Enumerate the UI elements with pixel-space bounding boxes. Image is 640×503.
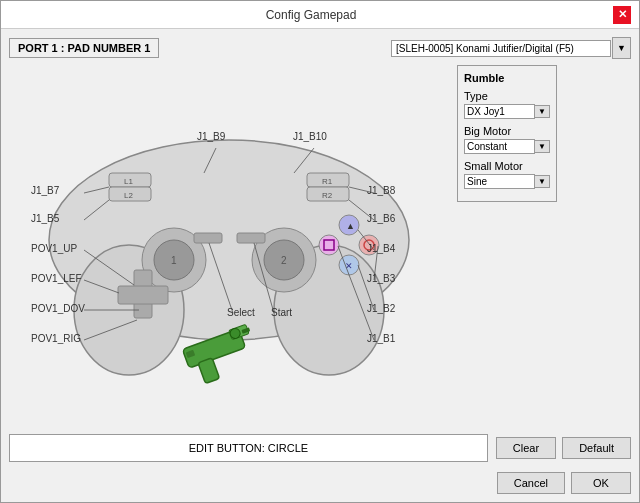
rumble-small-motor-field: Small Motor Sine Constant None ▼ <box>464 160 550 189</box>
rumble-big-motor-arrow-icon[interactable]: ▼ <box>534 140 550 153</box>
clear-button[interactable]: Clear <box>496 437 556 459</box>
main-area: 1 2 ▲ <box>9 65 631 424</box>
svg-text:✕: ✕ <box>345 261 353 271</box>
button-label-pov1right: POV1_RIG <box>31 333 81 344</box>
action-buttons: Clear Default <box>496 437 631 459</box>
rumble-big-motor-field: Big Motor Constant Sine None ▼ <box>464 125 550 154</box>
content-area: PORT 1 : PAD NUMBER 1 [SLEH-0005] Konami… <box>1 29 639 502</box>
device-select-arrow-icon[interactable]: ▼ <box>612 37 631 59</box>
rumble-type-select[interactable]: DX Joy1 DX Joy2 None <box>464 104 535 119</box>
button-label-pov1left: POV1_LEF <box>31 273 82 284</box>
ok-cancel-buttons: Cancel OK <box>497 472 631 494</box>
svg-text:R1: R1 <box>322 177 333 186</box>
button-label-j1b3: J1_B3 <box>367 273 395 284</box>
button-label-j1b10: J1_B10 <box>293 131 327 142</box>
svg-rect-28 <box>237 233 265 243</box>
svg-rect-31 <box>198 358 220 384</box>
button-label-start: Start <box>271 307 292 318</box>
svg-point-17 <box>319 235 339 255</box>
rumble-small-motor-select[interactable]: Sine Constant None <box>464 174 535 189</box>
top-bar: PORT 1 : PAD NUMBER 1 [SLEH-0005] Konami… <box>9 37 631 59</box>
svg-text:2: 2 <box>281 255 287 266</box>
rumble-type-select-wrap: DX Joy1 DX Joy2 None ▼ <box>464 104 550 119</box>
ok-button[interactable]: OK <box>571 472 631 494</box>
button-label-j1b7: J1_B7 <box>31 185 59 196</box>
port-label: PORT 1 : PAD NUMBER 1 <box>9 38 159 58</box>
device-select-wrap: [SLEH-0005] Konami Jutifier/Digital (F5)… <box>391 37 631 59</box>
rumble-group: Rumble Type DX Joy1 DX Joy2 None ▼ <box>457 65 557 202</box>
device-select[interactable]: [SLEH-0005] Konami Jutifier/Digital (F5) <box>391 40 611 57</box>
rumble-type-arrow-icon[interactable]: ▼ <box>534 105 550 118</box>
button-label-pov1down: POV1_DOV <box>31 303 85 314</box>
button-label-j1b5: J1_B5 <box>31 213 59 224</box>
button-label-j1b8: J1_B8 <box>367 185 395 196</box>
button-label-j1b6: J1_B6 <box>367 213 395 224</box>
gamepad-diagram: 1 2 ▲ <box>9 65 449 395</box>
button-label-j1b2: J1_B2 <box>367 303 395 314</box>
window-title: Config Gamepad <box>9 8 613 22</box>
svg-text:R2: R2 <box>322 191 333 200</box>
button-label-j1b4: J1_B4 <box>367 243 395 254</box>
button-label-pov1up: POV1_UP <box>31 243 77 254</box>
rumble-small-motor-select-wrap: Sine Constant None ▼ <box>464 174 550 189</box>
title-bar: Config Gamepad ✕ <box>1 1 639 29</box>
rumble-type-field: Type DX Joy1 DX Joy2 None ▼ <box>464 90 550 119</box>
default-button[interactable]: Default <box>562 437 631 459</box>
button-label-j1b1: J1_B1 <box>367 333 395 344</box>
svg-rect-10 <box>118 286 168 304</box>
rumble-small-motor-arrow-icon[interactable]: ▼ <box>534 175 550 188</box>
svg-text:L2: L2 <box>124 191 133 200</box>
svg-rect-27 <box>194 233 222 243</box>
main-window: Config Gamepad ✕ PORT 1 : PAD NUMBER 1 [… <box>0 0 640 503</box>
edit-label: EDIT BUTTON: CIRCLE <box>9 434 488 462</box>
svg-text:L1: L1 <box>124 177 133 186</box>
svg-text:1: 1 <box>171 255 177 266</box>
button-label-j1b9: J1_B9 <box>197 131 225 142</box>
rumble-big-motor-label: Big Motor <box>464 125 550 137</box>
button-label-select: Select <box>227 307 255 318</box>
cancel-button[interactable]: Cancel <box>497 472 565 494</box>
rumble-type-label: Type <box>464 90 550 102</box>
rumble-small-motor-label: Small Motor <box>464 160 550 172</box>
rumble-big-motor-select-wrap: Constant Sine None ▼ <box>464 139 550 154</box>
ok-cancel-row: Cancel OK <box>9 468 631 494</box>
right-panel: Rumble Type DX Joy1 DX Joy2 None ▼ <box>457 65 557 424</box>
bottom-bar: EDIT BUTTON: CIRCLE Clear Default <box>9 430 631 462</box>
svg-text:▲: ▲ <box>346 221 355 231</box>
rumble-big-motor-select[interactable]: Constant Sine None <box>464 139 535 154</box>
close-button[interactable]: ✕ <box>613 6 631 24</box>
rumble-title: Rumble <box>464 72 550 84</box>
